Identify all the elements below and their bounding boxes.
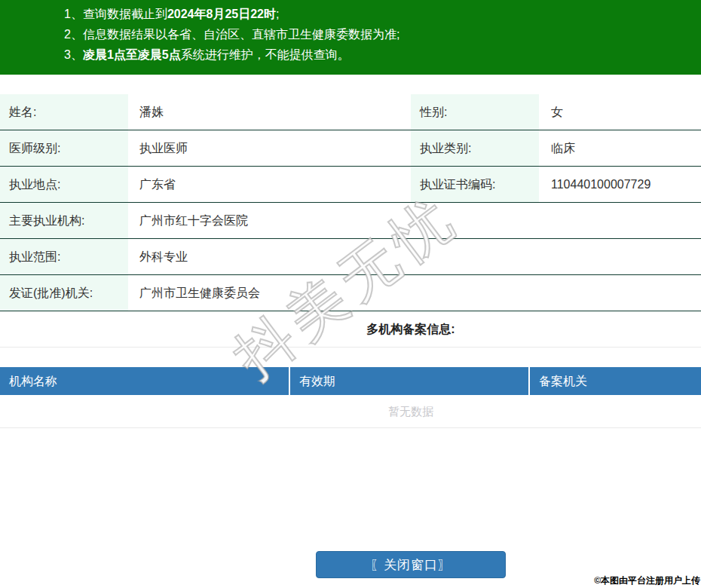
notice-1-text: 查询数据截止到 — [83, 8, 167, 20]
gender-value: 女 — [539, 94, 701, 130]
info-row-location-certno: 执业地点: 广东省 执业证书编码: 110440100007729 — [0, 167, 701, 203]
info-row-main-institution: 主要执业机构: 广州市红十字会医院 — [0, 203, 701, 239]
practice-category-value: 临床 — [539, 130, 701, 166]
info-row-name-gender: 姓名: 潘姝 性别: 女 — [0, 94, 701, 130]
name-label: 姓名: — [0, 94, 128, 130]
page-content: 1、查询数据截止到2024年8月25日22时; 2、信息数据结果以各省、自治区、… — [0, 0, 701, 578]
main-institution-value: 广州市红十字会医院 — [128, 203, 701, 238]
notice-line-3: 3、凌晨1点至凌晨5点系统进行维护，不能提供查询。 — [64, 44, 701, 65]
practice-category-label: 执业类别: — [411, 130, 539, 166]
notice-1-number: 1、 — [64, 8, 83, 20]
notice-line-1: 1、查询数据截止到2024年8月25日22时; — [64, 4, 701, 24]
column-header-validity-period: 有效期 — [290, 367, 530, 395]
filing-section-title: 多机构备案信息: — [366, 323, 455, 335]
certificate-number-label: 执业证书编码: — [411, 167, 539, 202]
copyright-note: ©本图由平台注册用户上传 — [594, 574, 700, 587]
notice-banner: 1、查询数据截止到2024年8月25日22时; 2、信息数据结果以各省、自治区、… — [0, 0, 701, 75]
notice-3-number: 3、 — [64, 48, 83, 61]
name-value: 潘姝 — [128, 94, 411, 130]
notice-1-bold: 2024年8月25日22时 — [167, 8, 276, 20]
practice-scope-value: 外科专业 — [128, 239, 701, 274]
practice-scope-label: 执业范围: — [0, 239, 128, 274]
info-row-level-category: 医师级别: 执业医师 执业类别: 临床 — [0, 130, 701, 167]
practice-location-label: 执业地点: — [0, 167, 128, 202]
query-result-page: 1、查询数据截止到2024年8月25日22时; 2、信息数据结果以各省、自治区、… — [0, 0, 701, 588]
column-header-institution-name: 机构名称 — [0, 367, 290, 395]
info-row-issuing-authority: 发证(批准)机关: 广州市卫生健康委员会 — [0, 275, 701, 311]
gender-label: 性别: — [411, 94, 539, 130]
filing-section-header: 多机构备案信息: — [0, 311, 701, 348]
doctor-level-label: 医师级别: — [0, 130, 128, 166]
issuing-authority-value: 广州市卫生健康委员会 — [128, 275, 701, 311]
doctor-level-value: 执业医师 — [128, 130, 411, 166]
notice-1-suffix: ; — [276, 8, 279, 20]
info-row-practice-scope: 执业范围: 外科专业 — [0, 239, 701, 275]
notice-2-text: 信息数据结果以各省、自治区、直辖市卫生健康委数据为准; — [83, 28, 399, 41]
filing-table: 机构名称 有效期 备案机关 暂无数据 — [0, 367, 701, 428]
certificate-number-value: 110440100007729 — [539, 167, 701, 202]
notice-line-2: 2、信息数据结果以各省、自治区、直辖市卫生健康委数据为准; — [64, 24, 701, 44]
filing-table-header: 机构名称 有效期 备案机关 — [0, 367, 701, 395]
notice-2-number: 2、 — [64, 28, 83, 41]
notice-3-bold: 凌晨1点至凌晨5点 — [83, 48, 181, 61]
practice-location-value: 广东省 — [128, 167, 411, 202]
issuing-authority-label: 发证(批准)机关: — [0, 275, 128, 311]
practitioner-info-table: 姓名: 潘姝 性别: 女 医师级别: 执业医师 执业类别: 临床 执业地点: 广… — [0, 94, 701, 311]
empty-data-message: 暂无数据 — [0, 395, 701, 428]
close-window-button[interactable]: 〖关闭窗口〗 — [316, 551, 506, 578]
main-institution-label: 主要执业机构: — [0, 203, 128, 238]
column-header-filing-authority: 备案机关 — [530, 367, 701, 395]
notice-3-suffix: 系统进行维护，不能提供查询。 — [181, 48, 350, 61]
